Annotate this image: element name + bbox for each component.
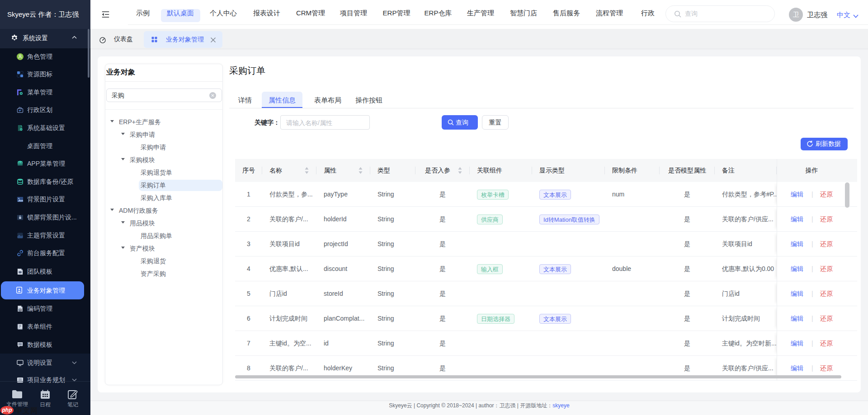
svg-text:W: W [19,308,21,311]
